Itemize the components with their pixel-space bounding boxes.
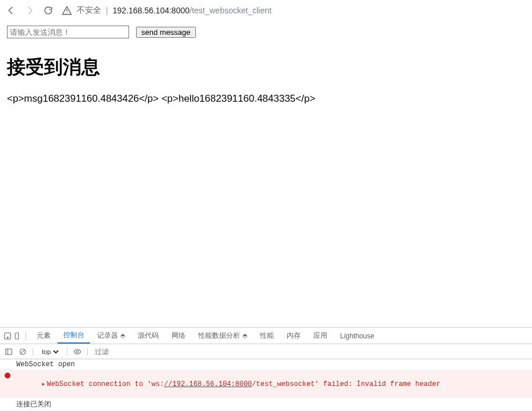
back-icon[interactable] bbox=[6, 5, 16, 16]
svg-point-8 bbox=[76, 351, 78, 353]
url-text: 192.168.56.104:8000/test_websocket_clien… bbox=[113, 6, 272, 15]
security-label: 不安全 bbox=[77, 5, 101, 16]
svg-rect-3 bbox=[15, 333, 19, 339]
tab-console[interactable]: 控制台 bbox=[58, 328, 90, 344]
send-button[interactable]: send message bbox=[136, 27, 196, 38]
send-form: send message bbox=[7, 26, 525, 38]
insecure-icon bbox=[62, 5, 72, 16]
tab-lighthouse[interactable]: Lighthouse bbox=[334, 328, 380, 344]
devtools-tabs: 元素 控制台 记录器⬘ 源代码 网络 性能数据分析⬘ 性能 内存 应用 Ligh… bbox=[0, 328, 532, 344]
tab-memory[interactable]: 内存 bbox=[281, 328, 306, 344]
received-heading: 接受到消息 bbox=[7, 55, 525, 80]
console-line: 连接已关闭 bbox=[0, 398, 532, 411]
tab-elements[interactable]: 元素 bbox=[31, 328, 56, 344]
tab-network[interactable]: 网络 bbox=[166, 328, 191, 344]
expand-arrow-icon[interactable]: ▸ bbox=[41, 380, 45, 388]
svg-line-7 bbox=[21, 349, 25, 353]
console-toolbar: top bbox=[0, 344, 532, 359]
inspect-icon[interactable] bbox=[3, 332, 12, 340]
tab-sources[interactable]: 源代码 bbox=[132, 328, 165, 344]
console-line: WebSocket open bbox=[0, 359, 532, 370]
pin-icon: ⬘ bbox=[242, 332, 247, 339]
address-separator: | bbox=[106, 6, 108, 15]
tab-performance-insights[interactable]: 性能数据分析⬘ bbox=[192, 328, 253, 344]
reload-icon[interactable] bbox=[43, 5, 53, 16]
address-bar[interactable]: 不安全 | 192.168.56.104:8000/test_websocket… bbox=[62, 5, 526, 16]
svg-point-1 bbox=[66, 13, 67, 13]
console-output: WebSocket open ▸WebSocket connection to … bbox=[0, 359, 532, 411]
console-sidebar-toggle-icon[interactable] bbox=[5, 348, 13, 356]
eye-icon[interactable] bbox=[73, 348, 81, 356]
browser-toolbar: 不安全 | 192.168.56.104:8000/test_websocket… bbox=[0, 0, 532, 21]
console-filter-input[interactable] bbox=[94, 347, 210, 356]
devtools-panel: 元素 控制台 记录器⬘ 源代码 网络 性能数据分析⬘ 性能 内存 应用 Ligh… bbox=[0, 327, 532, 411]
forward-icon[interactable] bbox=[24, 5, 35, 16]
console-error-line: ▸WebSocket connection to 'ws://192.168.5… bbox=[0, 370, 532, 398]
tab-performance[interactable]: 性能 bbox=[254, 328, 280, 344]
context-select[interactable]: top bbox=[39, 347, 61, 356]
tab-recorder[interactable]: 记录器⬘ bbox=[91, 328, 131, 344]
clear-console-icon[interactable] bbox=[19, 348, 27, 356]
page-content: send message 接受到消息 <p>msg1682391160.4843… bbox=[0, 21, 532, 327]
device-toggle-icon[interactable] bbox=[13, 332, 21, 340]
svg-rect-4 bbox=[6, 349, 12, 354]
tab-application[interactable]: 应用 bbox=[308, 328, 333, 344]
message-input[interactable] bbox=[7, 26, 129, 38]
received-message-line: <p>msg1682391160.4843426</p> <p>hello168… bbox=[7, 93, 525, 105]
pin-icon: ⬘ bbox=[120, 332, 125, 339]
